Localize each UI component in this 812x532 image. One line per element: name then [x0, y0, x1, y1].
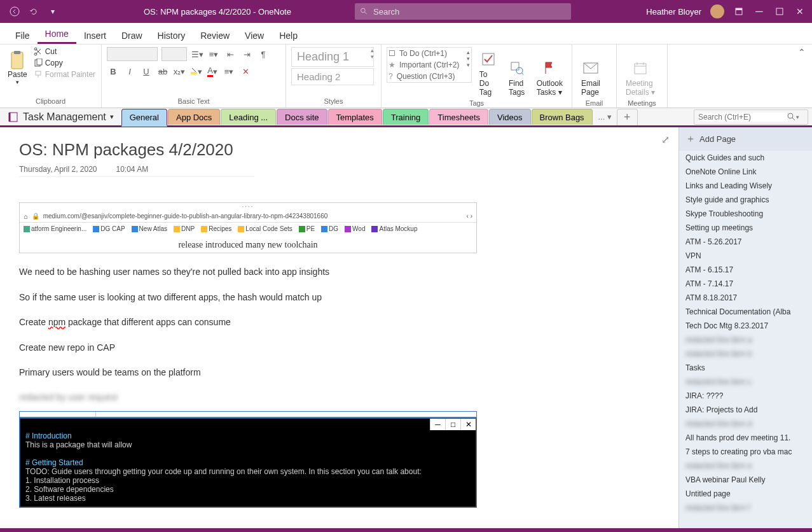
- note-line[interactable]: We need to be hashing user names so they…: [19, 266, 659, 279]
- styles-more-icon[interactable]: ▴▾: [371, 47, 374, 60]
- cut-button[interactable]: Cut: [34, 47, 95, 56]
- page-list-item[interactable]: redacted line item f: [679, 501, 812, 515]
- email-page-button[interactable]: EmailPage: [577, 47, 604, 98]
- page-list-item[interactable]: redacted line item e: [679, 459, 812, 473]
- page-list-item[interactable]: Tech Doc Mtg 8.23.2017: [679, 319, 812, 333]
- bookmark-item[interactable]: DG: [321, 225, 338, 232]
- ribbon-tab-view[interactable]: View: [237, 27, 272, 44]
- page-list-item[interactable]: JIRA: ????: [679, 389, 812, 403]
- bookmark-item[interactable]: PE: [299, 225, 315, 232]
- page-list-item[interactable]: redacted line item c: [679, 375, 812, 389]
- note-line[interactable]: Create new repo in CAP: [19, 342, 659, 354]
- copy-button[interactable]: Copy: [34, 59, 95, 67]
- section-tab[interactable]: Brown Bags: [532, 109, 593, 125]
- italic-button[interactable]: I: [123, 65, 136, 78]
- add-page-button[interactable]: ＋ Add Page: [679, 127, 812, 151]
- page-search-input[interactable]: [698, 113, 787, 122]
- page-list-item[interactable]: ATM - 5.26.2017: [679, 235, 812, 249]
- section-tab[interactable]: Docs site: [277, 109, 327, 125]
- bookmark-item[interactable]: Local Code Sets: [238, 225, 292, 232]
- section-tab[interactable]: Templates: [328, 109, 382, 125]
- numbering-button[interactable]: ≡▾: [207, 48, 220, 60]
- bookmark-item[interactable]: atform Engineerin...: [24, 225, 86, 232]
- section-tab[interactable]: General: [121, 109, 167, 127]
- ribbon-tab-help[interactable]: Help: [272, 27, 305, 44]
- close-icon[interactable]: ✕: [794, 6, 806, 17]
- back-icon[interactable]: [9, 6, 20, 17]
- bookmark-item[interactable]: Atlas Mockup: [371, 225, 417, 232]
- meeting-details-button[interactable]: MeetingDetails ▾: [622, 47, 659, 98]
- page-search[interactable]: ▾: [694, 109, 808, 125]
- collapse-ribbon-icon[interactable]: ⌃: [792, 45, 812, 108]
- page-list-item[interactable]: Style guide and graphics: [679, 193, 812, 207]
- note-line[interactable]: So if the same user is looking at two di…: [19, 291, 659, 304]
- indent-button[interactable]: ⇥: [240, 48, 253, 60]
- page-list-item[interactable]: 7 steps to creating pro vba mac: [679, 445, 812, 459]
- page-list-item[interactable]: All hands prod dev meeting 11.: [679, 431, 812, 445]
- avatar[interactable]: [710, 4, 724, 18]
- ribbon-tab-draw[interactable]: Draw: [114, 27, 150, 44]
- section-tab[interactable]: Leading ...: [221, 109, 276, 125]
- style-heading2[interactable]: Heading 2: [291, 68, 374, 85]
- bookmark-item[interactable]: DG CAP: [93, 225, 125, 232]
- page-list-item[interactable]: redacted line item d: [679, 417, 812, 431]
- bullets-button[interactable]: ☰▾: [191, 48, 203, 60]
- font-family-select[interactable]: [107, 47, 158, 61]
- outdent-button[interactable]: ⇤: [224, 48, 237, 60]
- sections-overflow[interactable]: ... ▾: [593, 112, 617, 122]
- highlight-button[interactable]: ▾: [189, 65, 202, 78]
- strike-button[interactable]: ab: [156, 65, 169, 78]
- global-search[interactable]: [355, 3, 571, 20]
- ribbon-tab-home[interactable]: Home: [38, 25, 76, 44]
- clear-format-button[interactable]: ✕: [239, 65, 252, 78]
- maximize-icon[interactable]: [774, 6, 785, 17]
- notebook-picker[interactable]: Task Management ▾: [0, 111, 121, 123]
- tag-gallery[interactable]: ☐To Do (Ctrl+1) ★Important (Ctrl+2) ?Que…: [387, 47, 472, 83]
- bookmark-item[interactable]: Recipes: [201, 225, 231, 232]
- page-list-item[interactable]: ATM - 6.15.17: [679, 263, 812, 277]
- page-list-item[interactable]: JIRA: Projects to Add: [679, 403, 812, 417]
- page-list-item[interactable]: Links and Leading Wisely: [679, 179, 812, 193]
- note-line[interactable]: Create npm package that different apps c…: [19, 316, 659, 329]
- minimize-icon[interactable]: ─: [430, 419, 445, 430]
- section-tab[interactable]: Timesheets: [429, 109, 488, 125]
- page-list-item[interactable]: redacted line item b: [679, 347, 812, 361]
- undo-icon[interactable]: [28, 6, 39, 17]
- minimize-icon[interactable]: ─: [754, 6, 765, 17]
- page-list-item[interactable]: VBA webinar Paul Kelly: [679, 473, 812, 487]
- font-color-button[interactable]: A▾: [206, 65, 219, 78]
- page-list-item[interactable]: ATM - 7.14.17: [679, 277, 812, 291]
- page-list-item[interactable]: Quick Guides and such: [679, 151, 812, 165]
- page-list-item[interactable]: Technical Documentation (Alba: [679, 305, 812, 319]
- add-section-button[interactable]: +: [617, 109, 638, 125]
- paste-button[interactable]: Paste ▾: [5, 47, 30, 88]
- page-list-item[interactable]: VPN: [679, 249, 812, 263]
- section-tab[interactable]: App Docs: [168, 109, 220, 125]
- ribbon-tab-file[interactable]: File: [8, 27, 38, 44]
- customize-qat-icon[interactable]: ▾: [47, 6, 58, 17]
- format-painter-button[interactable]: Format Painter: [34, 70, 95, 79]
- note-line[interactable]: Primary users would be teams on the plat…: [19, 367, 659, 379]
- page-list-item[interactable]: Setting up meetings: [679, 221, 812, 235]
- font-size-select[interactable]: [162, 47, 187, 61]
- find-tags-button[interactable]: FindTags: [505, 47, 529, 98]
- bookmark-item[interactable]: DNP: [174, 225, 195, 232]
- bold-button[interactable]: B: [107, 65, 120, 78]
- page-list-item[interactable]: redacted line item a: [679, 333, 812, 347]
- bookmark-item[interactable]: New Atlas: [132, 225, 167, 232]
- ribbon-tab-history[interactable]: History: [150, 27, 193, 44]
- maximize-icon[interactable]: □: [445, 419, 460, 430]
- global-search-input[interactable]: [373, 7, 566, 17]
- style-heading1[interactable]: Heading 1: [291, 47, 374, 67]
- subscript-button[interactable]: x₂▾: [173, 65, 186, 78]
- page-list-item[interactable]: Skype Troubleshooting: [679, 207, 812, 221]
- ribbon-mode-icon[interactable]: [733, 6, 745, 17]
- page-list-item[interactable]: Untitled page: [679, 487, 812, 501]
- align-button[interactable]: ≡▾: [223, 65, 235, 78]
- note-canvas[interactable]: ⤢ OS: NPM packages 4/2/2020 Thursday, Ap…: [0, 127, 678, 528]
- section-tab[interactable]: Training: [383, 109, 429, 125]
- ribbon-tab-review[interactable]: Review: [193, 27, 237, 44]
- page-title[interactable]: OS: NPM packages 4/2/2020: [19, 140, 659, 160]
- page-list-item[interactable]: Tasks: [679, 361, 812, 375]
- embedded-browser-clip[interactable]: ···· ⌂ 🔒 medium.com/@esanjiv/complete-be…: [19, 202, 477, 253]
